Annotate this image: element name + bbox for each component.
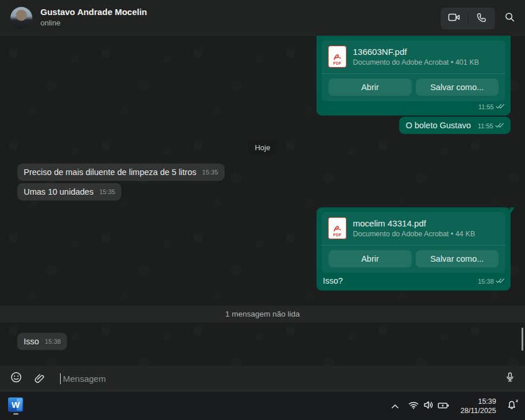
pdf-icon: PDF: [328, 46, 347, 68]
message-meta: 11:55: [478, 103, 505, 111]
message-outgoing-pdf-2: PDF mocelim 43314.pdf Documento do Adobe…: [317, 207, 511, 291]
document-file-row[interactable]: PDF 136603NF.pdf Documento do Adobe Acro…: [322, 40, 505, 73]
document-actions: Abrir Salvar como...: [322, 74, 505, 101]
message-composer: [0, 366, 525, 391]
search-button[interactable]: [501, 10, 517, 26]
message-time: 15:38: [45, 338, 61, 346]
battery-button[interactable]: [436, 397, 451, 415]
unread-messages-divider: 1 mensagem não lida: [0, 306, 525, 322]
contact-status: online: [40, 18, 147, 28]
video-call-icon: [448, 13, 460, 24]
save-as-button[interactable]: Salvar como...: [416, 79, 499, 96]
emoji-icon: [10, 371, 22, 385]
taskbar-time: 15:39: [460, 397, 496, 406]
emoji-button[interactable]: [5, 367, 28, 390]
tray-chevron-button[interactable]: [388, 397, 403, 415]
video-call-button[interactable]: [441, 8, 468, 29]
message-input[interactable]: [61, 374, 498, 384]
document-meta: Documento do Adobe Acrobat • 44 KB: [353, 229, 475, 239]
message-time: 11:55: [478, 103, 494, 111]
open-button[interactable]: Abrir: [329, 79, 412, 96]
message-text: Preciso de mais diluente de limpeza de 5…: [24, 168, 196, 177]
open-button[interactable]: Abrir: [329, 250, 412, 267]
document-meta: Documento do Adobe Acrobat • 401 KB: [353, 58, 479, 68]
document-panel: PDF mocelim 43314.pdf Documento do Adobe…: [322, 212, 505, 273]
voice-call-button[interactable]: [468, 8, 496, 29]
attach-button[interactable]: [28, 367, 51, 390]
bell-badge: z: [516, 398, 518, 403]
bubble-tail: [510, 207, 515, 214]
unread-messages-label: 1 mensagem não lida: [225, 310, 300, 318]
attach-icon: [34, 372, 45, 385]
taskbar-clock[interactable]: 15:39 28/11/2025: [460, 397, 496, 415]
document-filename: mocelim 43314.pdf: [353, 218, 475, 229]
message-outgoing-pdf-1: PDF 136603NF.pdf Documento do Adobe Acro…: [317, 36, 511, 116]
document-panel: PDF 136603NF.pdf Documento do Adobe Acro…: [322, 40, 505, 101]
windows-taskbar: W: [0, 391, 525, 420]
save-as-button[interactable]: Salvar como...: [416, 250, 499, 267]
wifi-icon: [408, 401, 419, 411]
pdf-icon-label: PDF: [333, 233, 341, 239]
read-receipt-icon: [495, 122, 504, 130]
volume-icon: [423, 401, 434, 411]
battery-icon: [438, 401, 449, 411]
notification-center-button[interactable]: z: [502, 396, 522, 416]
pdf-icon: PDF: [328, 217, 347, 239]
search-icon: [505, 12, 515, 24]
message-time: 15:38: [478, 278, 494, 285]
document-filename: 136603NF.pdf: [353, 46, 479, 58]
document-file-row[interactable]: PDF mocelim 43314.pdf Documento do Adobe…: [322, 212, 505, 245]
message-caption: Isso?: [323, 276, 343, 285]
word-icon: W: [8, 397, 23, 412]
read-receipt-icon: [496, 103, 505, 111]
message-time: 11:55: [478, 122, 493, 130]
wifi-button[interactable]: [406, 397, 421, 415]
document-actions: Abrir Salvar como...: [322, 246, 505, 273]
message-meta: 15:38: [478, 278, 505, 285]
message-meta: 11:55: [478, 122, 504, 130]
message-text: O boleto Gustavo: [405, 121, 471, 130]
notification-bell-icon: [507, 400, 516, 412]
message-incoming-text: Preciso de mais diluente de limpeza de 5…: [17, 163, 225, 181]
chat-header: Gustavo Andrade Mocelin online: [0, 0, 525, 36]
voice-call-icon: [476, 13, 486, 25]
taskbar-word-button[interactable]: W: [8, 397, 23, 415]
message-text: Isso: [24, 337, 39, 346]
read-receipt-icon: [496, 278, 505, 285]
contact-info[interactable]: Gustavo Andrade Mocelin online: [40, 6, 147, 28]
message-text: Umas 10 unidades: [24, 187, 94, 196]
contact-name: Gustavo Andrade Mocelin: [40, 6, 147, 18]
message-time: 15:35: [202, 169, 218, 177]
taskbar-date: 28/11/2025: [460, 406, 496, 415]
mic-icon: [505, 371, 515, 385]
contact-avatar[interactable]: [10, 7, 32, 29]
running-app-indicator: [13, 413, 18, 415]
scrollbar-thumb[interactable]: [522, 328, 523, 351]
volume-button[interactable]: [421, 397, 436, 415]
whatsapp-window: Gustavo Andrade Mocelin online: [0, 0, 525, 420]
pdf-icon-label: PDF: [333, 61, 341, 67]
call-button-group: [441, 8, 495, 29]
message-outgoing-text: O boleto Gustavo 11:55: [399, 117, 511, 134]
chevron-up-icon: [391, 401, 399, 411]
message-incoming-text: Umas 10 unidades 15:35: [17, 183, 121, 200]
system-tray: 15:39 28/11/2025 z: [388, 396, 525, 416]
voice-message-button[interactable]: [498, 367, 522, 390]
date-divider: Hoje: [248, 140, 277, 155]
message-time: 15:35: [99, 188, 116, 196]
message-incoming-text: Isso 15:38: [17, 333, 67, 350]
conversation-panel: PDF 136603NF.pdf Documento do Adobe Acro…: [0, 36, 525, 366]
